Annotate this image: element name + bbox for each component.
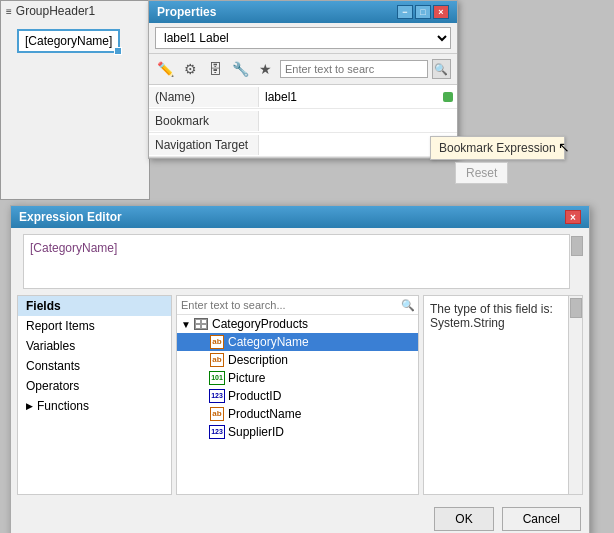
expression-editor-title: Expression Editor [19, 210, 122, 224]
expression-tree: 🔍 ▼ CategoryProducts [176, 295, 419, 495]
tree-item-picture[interactable]: 101 Picture [177, 369, 418, 387]
designer-area: ≡ GroupHeader1 [CategoryName] [0, 0, 150, 200]
reset-button[interactable]: Reset [455, 162, 508, 184]
category-name-box[interactable]: [CategoryName] [17, 29, 120, 53]
expression-categories: Fields Report Items Variables Constants … [17, 295, 172, 495]
resize-handle[interactable] [114, 47, 122, 55]
tree-item-productname[interactable]: ab ProductName [177, 405, 418, 423]
expression-input-area: [CategoryName] [17, 234, 583, 289]
table-icon [193, 317, 209, 331]
ab-icon-0: ab [209, 335, 225, 349]
name-row: (Name) [149, 85, 457, 109]
minimize-button[interactable]: − [397, 5, 413, 19]
bookmark-value-cell [259, 111, 457, 131]
gear-icon[interactable]: ⚙ [180, 58, 201, 80]
expression-main: Fields Report Items Variables Constants … [17, 295, 583, 495]
group-icon: ≡ [6, 6, 12, 17]
tree-search-icon[interactable]: 🔍 [401, 299, 415, 312]
wrench-icon[interactable]: 🔧 [230, 58, 251, 80]
category-name-text: [CategoryName] [25, 34, 112, 48]
ok-button[interactable]: OK [434, 507, 493, 531]
ab-icon-1: ab [209, 353, 225, 367]
expression-editor-close[interactable]: × [565, 210, 581, 224]
close-button[interactable]: × [433, 5, 449, 19]
properties-panel: Properties − □ × label1 Label ✏️ ⚙ 🗄 🔧 ★… [148, 0, 458, 159]
tree-root[interactable]: ▼ CategoryProducts [177, 315, 418, 333]
category-operators[interactable]: Operators [18, 376, 171, 396]
info-scrollbar-thumb[interactable] [570, 298, 582, 318]
category-functions[interactable]: ▶ Functions [18, 396, 171, 416]
tree-item-productid[interactable]: 123 ProductID [177, 387, 418, 405]
category-fields[interactable]: Fields [18, 296, 171, 316]
properties-dropdown[interactable]: label1 Label [155, 27, 451, 49]
tree-search-bar: 🔍 [177, 296, 418, 315]
cancel-button[interactable]: Cancel [502, 507, 581, 531]
properties-grid: (Name) Bookmark Navigation Target ▼ [149, 85, 457, 158]
maximize-button[interactable]: □ [415, 5, 431, 19]
properties-title: Properties [157, 5, 216, 19]
pencil-icon[interactable]: ✏️ [155, 58, 176, 80]
tree-item-categoryname[interactable]: ab CategoryName [177, 333, 418, 351]
bookmark-row: Bookmark [149, 109, 457, 133]
green-dot [443, 92, 453, 102]
functions-expand-icon: ▶ [26, 401, 33, 411]
num101-icon: 101 [209, 371, 225, 385]
properties-icons: ✏️ ⚙ 🗄 🔧 ★ 🔍 [149, 54, 457, 85]
expression-footer: OK Cancel [11, 501, 589, 533]
name-input[interactable] [263, 90, 439, 104]
name-value-cell [259, 87, 457, 107]
expression-scrollbar[interactable] [569, 234, 583, 289]
bookmark-expression-button[interactable]: Bookmark Expression [430, 136, 565, 160]
num123-icon-0: 123 [209, 389, 225, 403]
properties-toolbar: label1 Label [149, 23, 457, 54]
expression-info: The type of this field is: System.String [423, 295, 583, 495]
designer-header: ≡ GroupHeader1 [1, 1, 149, 21]
category-variables[interactable]: Variables [18, 336, 171, 356]
bookmark-label: Bookmark [149, 111, 259, 131]
expression-content[interactable]: [CategoryName] [23, 234, 577, 289]
tree-item-description[interactable]: ab Description [177, 351, 418, 369]
nav-target-value-cell: ▼ [259, 134, 457, 156]
expression-value: [CategoryName] [30, 241, 117, 255]
bookmark-input[interactable] [263, 114, 453, 128]
nav-target-label: Navigation Target [149, 135, 259, 155]
star-icon[interactable]: ★ [255, 58, 276, 80]
nav-target-row: Navigation Target ▼ [149, 133, 457, 157]
expression-editor-title-bar: Expression Editor × [11, 206, 589, 228]
tree-expand-icon: ▼ [181, 319, 193, 330]
category-report-items[interactable]: Report Items [18, 316, 171, 336]
category-constants[interactable]: Constants [18, 356, 171, 376]
info-scrollbar[interactable] [568, 296, 582, 494]
group-header-label: GroupHeader1 [16, 4, 95, 18]
title-bar-buttons: − □ × [397, 5, 449, 19]
search-input[interactable] [280, 60, 428, 78]
name-label: (Name) [149, 87, 259, 107]
ab-icon-2: ab [209, 407, 225, 421]
expression-editor: Expression Editor × [CategoryName] Field… [10, 205, 590, 533]
nav-target-input[interactable] [263, 138, 437, 152]
tree-item-supplierid[interactable]: 123 SupplierID [177, 423, 418, 441]
num123-icon-1: 123 [209, 425, 225, 439]
field-type-info: The type of this field is: System.String [430, 302, 553, 330]
database-icon[interactable]: 🗄 [205, 58, 226, 80]
properties-title-bar: Properties − □ × [149, 1, 457, 23]
search-icon[interactable]: 🔍 [432, 59, 451, 79]
tree-search-input[interactable] [180, 298, 401, 312]
expression-scrollbar-thumb[interactable] [571, 236, 583, 256]
